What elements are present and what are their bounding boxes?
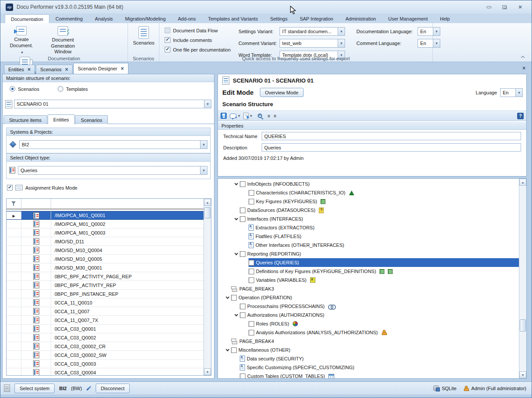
ribbon-tab-templates[interactable]: Templates and Variants: [202, 14, 264, 23]
checkbox-icon[interactable]: [231, 295, 237, 301]
scenario-dropdown[interactable]: SCENARIO 01: [14, 100, 211, 108]
checkbox-icon[interactable]: [249, 321, 254, 327]
ribbon-tab-analysis[interactable]: Analysis: [89, 14, 119, 23]
settings-variant-dropdown[interactable]: IT standard documen...: [280, 27, 345, 36]
tab-entities-inner[interactable]: Entities: [48, 114, 75, 124]
table-row[interactable]: 0CCA_C03_Q0002: [7, 333, 204, 342]
tree-item[interactable]: Processchains (PROCESSCHAINS): [218, 302, 519, 311]
table-row[interactable]: 0CCA_11_Q007_7X: [7, 316, 204, 325]
scroll-up-icon[interactable]: [204, 199, 211, 206]
table-row[interactable]: 0BPC_BPF_INSTANCE_REP: [7, 290, 204, 298]
chevron-down-icon[interactable]: [515, 89, 522, 97]
tree-item[interactable]: Authorizations (AUTHORIZATIONS): [218, 311, 519, 319]
tree-item[interactable]: Characteristics (CHARACTERISTICS_IO): [218, 188, 519, 197]
table-row[interactable]: 0CCA_C03_Q0002_SW: [7, 351, 204, 360]
table-row[interactable]: 0CCA_11_Q007: [7, 307, 204, 316]
ribbon-tab-administration[interactable]: Administration: [339, 14, 382, 23]
chevron-down-icon[interactable]: [204, 100, 211, 108]
table-row[interactable]: 0CCA_C03_Q0004: [7, 368, 204, 375]
document-data-flow-checkbox[interactable]: Document Data Flow: [165, 28, 231, 33]
tree-item[interactable]: Reporting (REPORTING): [218, 249, 519, 258]
tree-item[interactable]: Interfaces (INTERFACES): [218, 215, 519, 223]
ribbon-tab-settings[interactable]: Settings: [264, 14, 294, 23]
scroll-up-icon[interactable]: [519, 179, 526, 186]
chevron-down-icon[interactable]: [200, 166, 207, 174]
chevron-down-icon[interactable]: [338, 28, 345, 35]
table-row[interactable]: /IMO/SD_M30_Q0001: [7, 263, 204, 272]
table-row[interactable]: 0CCA_C03_Q0003: [7, 360, 204, 368]
expander-icon[interactable]: [233, 218, 240, 220]
export-menu-button[interactable]: [243, 113, 252, 119]
table-row[interactable]: 0BPC_BPF_ACTIVITY_PAGE_REP: [7, 272, 204, 281]
select-system-button[interactable]: Select system: [14, 384, 55, 393]
ribbon-tab-commenting[interactable]: Commenting: [49, 14, 89, 23]
tree-item[interactable]: Operation (OPERATION): [218, 293, 519, 302]
tree-item[interactable]: Specific Customizing (SPECIFIC_CUSTOMIZI…: [218, 363, 519, 372]
close-tab-icon[interactable]: [65, 66, 68, 73]
scroll-down-icon[interactable]: [519, 371, 526, 378]
ribbon-tab-addons[interactable]: Add-ons: [172, 14, 202, 23]
checkbox-icon[interactable]: [249, 190, 254, 196]
collapse-all-button[interactable]: [274, 113, 277, 119]
ribbon-tab-migration[interactable]: Migration/Modeling: [119, 14, 172, 23]
scroll-down-icon[interactable]: [204, 368, 211, 375]
scenarios-button[interactable]: Scenarios: [130, 24, 158, 55]
close-tab-icon[interactable]: [121, 66, 124, 72]
table-row[interactable]: /IMO/PCA_M01_Q0001: [7, 211, 204, 220]
user-status[interactable]: Admin (Full administrator): [463, 386, 526, 391]
comment-variant-dropdown[interactable]: test_web: [280, 39, 345, 48]
tab-scenarios[interactable]: Scenarios: [36, 65, 73, 74]
checkbox-icon[interactable]: [240, 216, 245, 222]
tab-entities[interactable]: Entities: [4, 65, 35, 74]
tree-item[interactable]: Other Interfaces (OTHER_INTERFACES): [218, 241, 519, 249]
checkbox-icon[interactable]: [231, 347, 237, 353]
help-button[interactable]: [517, 113, 524, 119]
expander-icon[interactable]: [224, 350, 231, 351]
table-row[interactable]: 0CCA_11_Q0010: [7, 298, 204, 307]
close-button[interactable]: [517, 4, 524, 10]
checkbox-icon[interactable]: [240, 374, 245, 379]
close-tab-icon[interactable]: [28, 66, 31, 73]
technical-name-field[interactable]: [262, 132, 521, 140]
table-row[interactable]: /IMO/PCA_M01_Q0002: [7, 220, 204, 228]
checkbox-icon[interactable]: [240, 208, 245, 213]
chevron-down-icon[interactable]: [338, 39, 345, 47]
table-row[interactable]: /IMO/PCA_M01_Q0003: [7, 228, 204, 237]
tree-item[interactable]: PAGE_BREAK3: [218, 284, 519, 293]
expander-icon[interactable]: [233, 183, 240, 185]
tree-item[interactable]: Roles (ROLES): [218, 319, 519, 328]
tree-item[interactable]: Key Figures (KEYFIGURES): [218, 197, 519, 206]
tree-item[interactable]: Custom Tables (CUSTOM_TABLES): [218, 372, 519, 378]
table-row[interactable]: /IMO/SD_M10_Q0004: [7, 246, 204, 255]
checkbox-icon[interactable]: [240, 312, 245, 318]
close-pane-icon[interactable]: [522, 65, 525, 71]
tree-scrollbar[interactable]: [519, 179, 526, 378]
radio-templates[interactable]: Templates: [58, 86, 88, 92]
tab-scenarios-inner[interactable]: Scenarios: [75, 115, 108, 124]
ribbon-tab-documentation[interactable]: Documentation: [5, 14, 49, 23]
tree-item-selected[interactable]: Queries (QUERIES): [218, 258, 519, 267]
checkbox-icon[interactable]: [249, 269, 254, 274]
checkbox-icon[interactable]: [249, 260, 254, 266]
checkbox-icon[interactable]: [240, 181, 245, 187]
table-scrollbar[interactable]: [204, 199, 211, 375]
tree-item[interactable]: Data security (SECURITY): [218, 354, 519, 363]
table-row[interactable]: 0CCA_C03_Q0001: [7, 325, 204, 333]
assignment-rules-checkbox[interactable]: Assignment Rules Mode: [7, 185, 77, 190]
restore-button[interactable]: [501, 4, 508, 10]
tree-item[interactable]: Analysis Authorizations (ANALYSIS_AUTHOR…: [218, 328, 519, 337]
object-type-dropdown[interactable]: Queries: [18, 166, 207, 175]
radio-scenarios[interactable]: Scenarios: [10, 86, 39, 92]
tree-item[interactable]: Variables (VARIABLES): [218, 276, 519, 284]
checkbox-icon[interactable]: [240, 304, 245, 309]
tree-item[interactable]: PAGE_BREAK4: [218, 337, 519, 346]
expander-icon[interactable]: [233, 253, 240, 255]
table-row[interactable]: 0BPC_BPF_ACTIVITY_REP: [7, 281, 204, 290]
minimize-button[interactable]: [485, 4, 492, 10]
expander-icon[interactable]: [233, 315, 240, 316]
chevron-down-icon[interactable]: [200, 141, 207, 149]
include-comments-checkbox[interactable]: Include comments: [165, 37, 231, 43]
zoom-button[interactable]: [258, 114, 262, 118]
system-dropdown[interactable]: BI2: [19, 140, 207, 149]
ribbon-tab-sap-integration[interactable]: SAP Integration: [294, 14, 339, 23]
